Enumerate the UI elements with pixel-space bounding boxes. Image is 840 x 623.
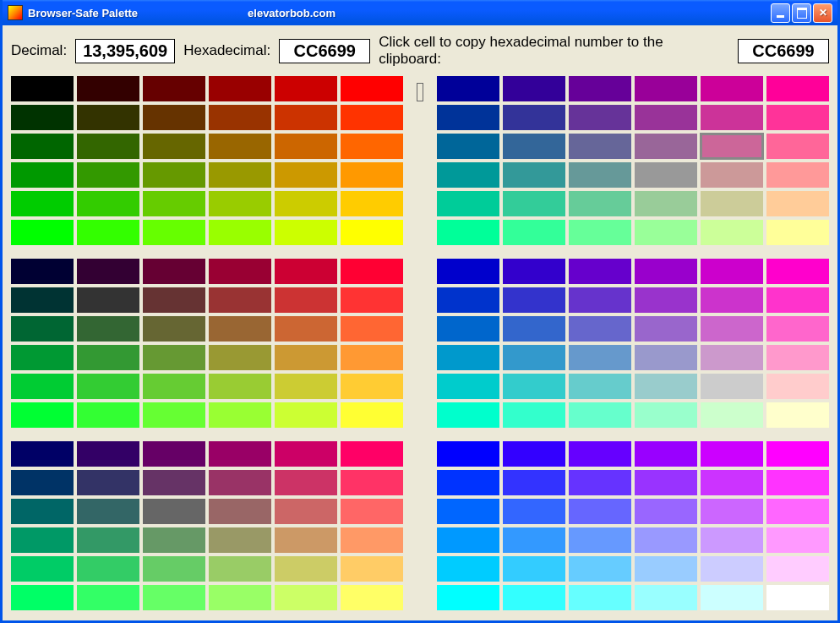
color-swatch[interactable] xyxy=(143,220,205,245)
color-swatch[interactable] xyxy=(437,585,499,610)
color-swatch[interactable] xyxy=(766,585,829,610)
color-swatch[interactable] xyxy=(77,527,139,553)
color-swatch[interactable] xyxy=(275,191,337,216)
color-swatch[interactable] xyxy=(569,316,631,342)
color-swatch[interactable] xyxy=(77,316,139,342)
color-swatch[interactable] xyxy=(701,220,763,245)
color-swatch[interactable] xyxy=(503,441,565,467)
color-swatch[interactable] xyxy=(701,441,763,467)
color-swatch[interactable] xyxy=(635,556,697,582)
color-swatch[interactable] xyxy=(569,470,631,495)
color-swatch[interactable] xyxy=(209,259,271,284)
color-swatch[interactable] xyxy=(11,191,74,216)
color-swatch[interactable] xyxy=(569,374,631,399)
color-swatch[interactable] xyxy=(11,162,74,188)
color-swatch[interactable] xyxy=(766,345,829,370)
color-swatch[interactable] xyxy=(766,556,829,582)
color-swatch[interactable] xyxy=(143,585,205,610)
color-swatch[interactable] xyxy=(143,76,205,101)
color-swatch[interactable] xyxy=(503,402,565,428)
color-swatch[interactable] xyxy=(701,259,763,284)
color-swatch[interactable] xyxy=(275,220,337,245)
color-swatch[interactable] xyxy=(766,374,829,399)
color-swatch[interactable] xyxy=(503,191,565,216)
color-swatch[interactable] xyxy=(437,76,499,101)
color-swatch[interactable] xyxy=(766,470,829,495)
color-swatch[interactable] xyxy=(275,499,337,524)
color-swatch[interactable] xyxy=(569,441,631,467)
color-swatch[interactable] xyxy=(11,345,74,370)
color-swatch[interactable] xyxy=(635,470,697,495)
color-swatch[interactable] xyxy=(77,374,139,399)
color-swatch[interactable] xyxy=(275,374,337,399)
color-swatch[interactable] xyxy=(437,220,499,245)
color-swatch[interactable] xyxy=(569,556,631,582)
color-swatch[interactable] xyxy=(437,527,499,553)
color-swatch[interactable] xyxy=(569,402,631,428)
color-swatch[interactable] xyxy=(437,499,499,524)
color-swatch[interactable] xyxy=(701,585,763,610)
color-swatch[interactable] xyxy=(701,527,763,553)
color-swatch[interactable] xyxy=(275,470,337,495)
color-swatch[interactable] xyxy=(143,470,205,495)
color-swatch[interactable] xyxy=(766,316,829,342)
color-swatch[interactable] xyxy=(275,402,337,428)
color-swatch[interactable] xyxy=(341,470,403,495)
color-swatch[interactable] xyxy=(437,374,499,399)
color-swatch[interactable] xyxy=(143,441,205,467)
color-swatch[interactable] xyxy=(701,105,763,130)
color-swatch[interactable] xyxy=(437,316,499,342)
color-swatch[interactable] xyxy=(341,191,403,216)
color-swatch[interactable] xyxy=(503,556,565,582)
color-swatch[interactable] xyxy=(143,374,205,399)
color-swatch[interactable] xyxy=(701,402,763,428)
color-swatch[interactable] xyxy=(437,470,499,495)
color-swatch[interactable] xyxy=(275,527,337,553)
color-swatch[interactable] xyxy=(503,259,565,284)
color-swatch[interactable] xyxy=(77,220,139,245)
color-swatch[interactable] xyxy=(437,556,499,582)
color-swatch[interactable] xyxy=(341,345,403,370)
color-swatch[interactable] xyxy=(209,402,271,428)
maximize-button[interactable] xyxy=(792,3,811,23)
color-swatch[interactable] xyxy=(569,191,631,216)
close-button[interactable] xyxy=(813,3,832,23)
color-swatch[interactable] xyxy=(701,191,763,216)
color-swatch[interactable] xyxy=(503,470,565,495)
color-swatch[interactable] xyxy=(341,134,403,159)
color-swatch[interactable] xyxy=(701,134,763,159)
color-swatch[interactable] xyxy=(701,316,763,342)
color-swatch[interactable] xyxy=(275,134,337,159)
color-swatch[interactable] xyxy=(766,499,829,524)
color-swatch[interactable] xyxy=(437,402,499,428)
color-swatch[interactable] xyxy=(209,470,271,495)
color-swatch[interactable] xyxy=(503,162,565,188)
color-swatch[interactable] xyxy=(635,402,697,428)
color-swatch[interactable] xyxy=(11,527,74,553)
color-swatch[interactable] xyxy=(11,220,74,245)
color-swatch[interactable] xyxy=(341,316,403,342)
color-swatch[interactable] xyxy=(437,162,499,188)
color-swatch[interactable] xyxy=(77,402,139,428)
color-swatch[interactable] xyxy=(143,259,205,284)
color-swatch[interactable] xyxy=(11,316,74,342)
minimize-button[interactable] xyxy=(771,3,790,23)
color-swatch[interactable] xyxy=(341,287,403,313)
color-swatch[interactable] xyxy=(209,191,271,216)
color-swatch[interactable] xyxy=(341,402,403,428)
color-swatch[interactable] xyxy=(635,287,697,313)
color-swatch[interactable] xyxy=(341,527,403,553)
color-swatch[interactable] xyxy=(766,402,829,428)
color-swatch[interactable] xyxy=(209,374,271,399)
color-swatch[interactable] xyxy=(209,556,271,582)
color-swatch[interactable] xyxy=(11,105,74,130)
color-swatch[interactable] xyxy=(143,191,205,216)
color-swatch[interactable] xyxy=(635,259,697,284)
color-swatch[interactable] xyxy=(341,105,403,130)
color-swatch[interactable] xyxy=(11,441,74,467)
color-swatch[interactable] xyxy=(341,585,403,610)
color-swatch[interactable] xyxy=(11,76,74,101)
color-swatch[interactable] xyxy=(77,105,139,130)
color-swatch[interactable] xyxy=(77,76,139,101)
color-swatch[interactable] xyxy=(701,162,763,188)
